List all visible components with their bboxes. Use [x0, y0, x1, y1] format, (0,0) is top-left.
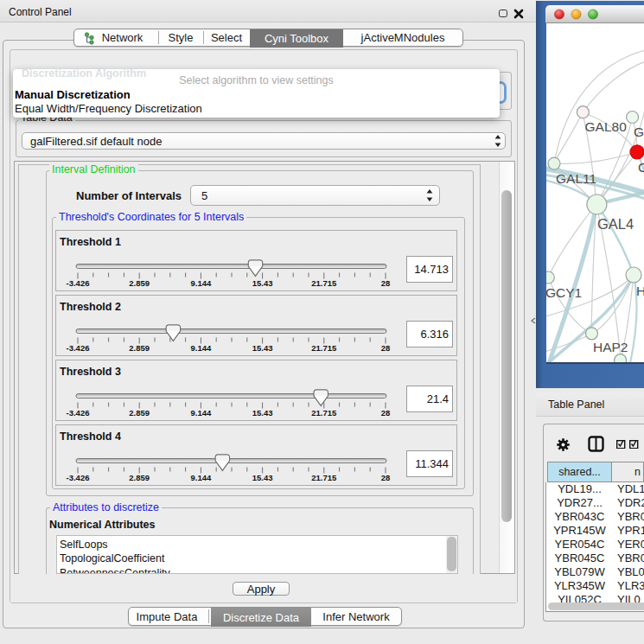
svg-text:9.144: 9.144	[191, 278, 212, 288]
svg-text:28: 28	[381, 473, 391, 482]
svg-text:2.859: 2.859	[129, 343, 150, 353]
svg-text:GA: GA	[634, 124, 644, 139]
svg-text:-3.426: -3.426	[67, 408, 90, 418]
svg-text:28: 28	[381, 278, 391, 288]
svg-text:21.715: 21.715	[311, 473, 337, 482]
svg-text:21.715: 21.715	[311, 343, 337, 353]
svg-text:9.144: 9.144	[191, 343, 212, 353]
svg-text:28: 28	[381, 343, 391, 353]
svg-text:9.144: 9.144	[191, 408, 212, 418]
svg-text:15.43: 15.43	[252, 408, 273, 418]
svg-text:21.715: 21.715	[311, 408, 337, 418]
svg-text:15.43: 15.43	[252, 343, 273, 353]
svg-text:-3.426: -3.426	[67, 343, 90, 353]
svg-text:9.144: 9.144	[191, 473, 212, 482]
svg-text:15.43: 15.43	[252, 278, 273, 288]
svg-text:-3.426: -3.426	[67, 278, 90, 288]
svg-text:2.859: 2.859	[129, 408, 150, 418]
svg-text:C: C	[638, 160, 644, 175]
svg-text:H: H	[636, 284, 644, 298]
svg-text:28: 28	[381, 408, 391, 418]
svg-text:15.43: 15.43	[252, 473, 273, 482]
svg-text:GCY1: GCY1	[546, 285, 582, 300]
svg-text:GAL80: GAL80	[585, 119, 628, 134]
svg-text:HAP2: HAP2	[593, 340, 628, 354]
svg-text:GAL11: GAL11	[556, 171, 596, 186]
svg-text:21.715: 21.715	[311, 278, 337, 288]
svg-text:-3.426: -3.426	[67, 473, 90, 482]
svg-text:2.859: 2.859	[129, 278, 150, 288]
svg-text:2.859: 2.859	[129, 473, 150, 482]
svg-text:GAL4: GAL4	[597, 216, 634, 232]
